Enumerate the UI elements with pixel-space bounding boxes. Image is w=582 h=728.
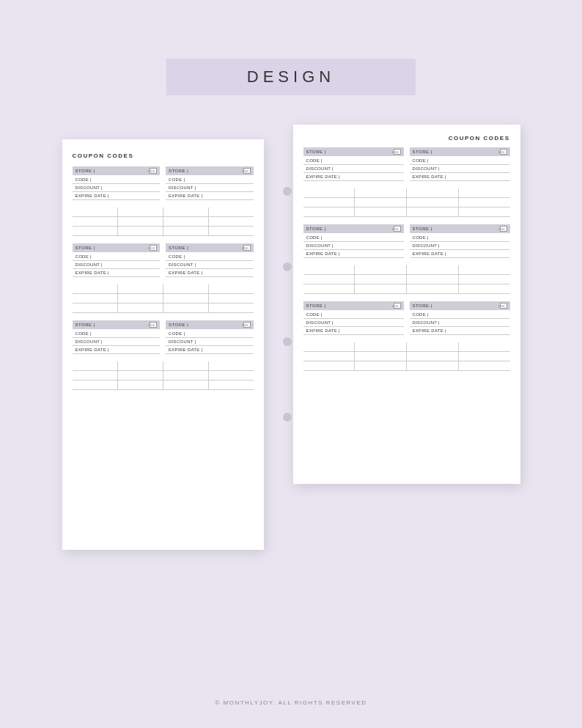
store-icon: USE <box>243 245 251 251</box>
left-section-2: STORE | USE CODE | DISCOUNT | EXPIRE DAT… <box>73 243 254 277</box>
expire-row: EXPIRE DATE | <box>166 192 254 200</box>
right-block-2-1: STORE | USE CODE | DISCOUNT | EXPIRE DAT… <box>303 224 404 258</box>
right-grid-1 <box>303 188 510 217</box>
store-icon: USE <box>150 322 157 328</box>
right-page: COUPON CODES STORE | USE CODE | DISCOUNT… <box>293 125 520 484</box>
left-grid-3 <box>73 361 254 390</box>
left-block-3-2: STORE | USE CODE | DISCOUNT | EXPIRE DAT… <box>166 320 254 354</box>
store-row: STORE | USE <box>166 243 254 252</box>
left-page-title: COUPON CODES <box>73 152 254 159</box>
discount-row: DISCOUNT | <box>73 338 161 346</box>
store-icon: USE <box>394 303 401 309</box>
store-label: STORE | <box>413 150 432 154</box>
right-block-3-2: STORE | USE CODE | DISCOUNT | EXPIRE DAT… <box>410 301 510 335</box>
discount-row: DISCOUNT | <box>303 165 404 173</box>
right-grid-3 <box>303 342 510 371</box>
right-page-title: COUPON CODES <box>303 135 510 141</box>
discount-row: DISCOUNT | <box>410 319 510 327</box>
expire-row: EXPIRE DATE | <box>73 192 161 200</box>
discount-row: DISCOUNT | <box>166 184 254 192</box>
code-row: CODE | <box>73 330 161 338</box>
discount-row: DISCOUNT | <box>166 338 254 346</box>
right-section-2: STORE | USE CODE | DISCOUNT | EXPIRE DAT… <box>303 224 510 258</box>
right-grid-2 <box>303 265 510 294</box>
left-block-2-2: STORE | USE CODE | DISCOUNT | EXPIRE DAT… <box>166 243 254 277</box>
expire-row: EXPIRE DATE | <box>410 327 510 335</box>
discount-row: DISCOUNT | <box>73 184 161 192</box>
expire-row: EXPIRE DATE | <box>303 173 404 181</box>
code-row: CODE | <box>410 311 510 319</box>
left-grid-1 <box>73 207 254 236</box>
dot-2 <box>283 262 292 271</box>
store-row: STORE | USE <box>303 301 404 310</box>
store-icon: USE <box>394 149 401 155</box>
store-icon: USE <box>150 245 157 251</box>
pages-container: COUPON CODES STORE | USE CODE | DISCOUNT… <box>0 125 582 550</box>
discount-row: DISCOUNT | <box>303 242 404 250</box>
store-row: STORE | USE <box>73 243 161 252</box>
store-icon: USE <box>394 226 401 232</box>
design-banner: DESIGN <box>166 59 416 95</box>
store-label: STORE | <box>75 169 95 173</box>
code-row: CODE | <box>410 234 510 242</box>
right-block-1-2: STORE | USE CODE | DISCOUNT | EXPIRE DAT… <box>410 147 510 181</box>
code-row: CODE | <box>303 157 404 165</box>
left-page: COUPON CODES STORE | USE CODE | DISCOUNT… <box>62 139 264 550</box>
right-block-3-1: STORE | USE CODE | DISCOUNT | EXPIRE DAT… <box>303 301 404 335</box>
store-label: STORE | <box>306 304 326 308</box>
store-icon: USE <box>500 149 507 155</box>
store-label: STORE | <box>413 227 432 231</box>
left-block-1-2: STORE | USE CODE | DISCOUNT | EXPIRE DAT… <box>166 166 254 200</box>
discount-row: DISCOUNT | <box>410 165 510 173</box>
store-row: STORE | USE <box>166 166 254 175</box>
expire-row: EXPIRE DATE | <box>303 250 404 258</box>
expire-row: EXPIRE DATE | <box>410 173 510 181</box>
store-icon: USE <box>243 168 251 174</box>
code-row: CODE | <box>73 253 161 261</box>
dot-4 <box>283 413 292 422</box>
expire-row: EXPIRE DATE | <box>303 327 404 335</box>
code-row: CODE | <box>73 176 161 184</box>
expire-row: EXPIRE DATE | <box>410 250 510 258</box>
footer-text: © MONTHLYJOY. ALL RIGHTS RESERVED <box>215 699 366 706</box>
left-section-1: STORE | USE CODE | DISCOUNT | EXPIRE DAT… <box>73 166 254 200</box>
store-label: STORE | <box>413 304 432 308</box>
store-label: STORE | <box>169 169 188 173</box>
store-icon: USE <box>243 322 251 328</box>
store-row: STORE | USE <box>166 320 254 329</box>
store-row: STORE | USE <box>73 320 161 329</box>
code-row: CODE | <box>303 234 404 242</box>
left-block-3-1: STORE | USE CODE | DISCOUNT | EXPIRE DAT… <box>73 320 161 354</box>
discount-row: DISCOUNT | <box>166 261 254 269</box>
expire-row: EXPIRE DATE | <box>166 269 254 277</box>
left-grid-2 <box>73 284 254 313</box>
store-icon: USE <box>150 168 157 174</box>
store-row: STORE | USE <box>410 147 510 156</box>
expire-row: EXPIRE DATE | <box>73 346 161 354</box>
right-section-3: STORE | USE CODE | DISCOUNT | EXPIRE DAT… <box>303 301 510 335</box>
store-row: STORE | USE <box>303 224 404 233</box>
right-block-2-2: STORE | USE CODE | DISCOUNT | EXPIRE DAT… <box>410 224 510 258</box>
store-row: STORE | USE <box>303 147 404 156</box>
discount-row: DISCOUNT | <box>73 261 161 269</box>
code-row: CODE | <box>166 176 254 184</box>
right-block-1-1: STORE | USE CODE | DISCOUNT | EXPIRE DAT… <box>303 147 404 181</box>
expire-row: EXPIRE DATE | <box>166 346 254 354</box>
discount-row: DISCOUNT | <box>303 319 404 327</box>
store-icon: USE <box>500 226 507 232</box>
store-row: STORE | USE <box>410 301 510 310</box>
footer: © MONTHLYJOY. ALL RIGHTS RESERVED <box>0 699 582 706</box>
code-row: CODE | <box>166 330 254 338</box>
store-label: STORE | <box>306 227 326 231</box>
store-label: STORE | <box>75 323 95 327</box>
code-row: CODE | <box>166 253 254 261</box>
store-icon: USE <box>500 303 507 309</box>
store-label: STORE | <box>169 323 188 327</box>
store-row: STORE | USE <box>73 166 161 175</box>
left-block-2-1: STORE | USE CODE | DISCOUNT | EXPIRE DAT… <box>73 243 161 277</box>
store-row: STORE | USE <box>410 224 510 233</box>
code-row: CODE | <box>410 157 510 165</box>
store-label: STORE | <box>169 246 188 250</box>
code-row: CODE | <box>303 311 404 319</box>
store-label: STORE | <box>75 246 95 250</box>
